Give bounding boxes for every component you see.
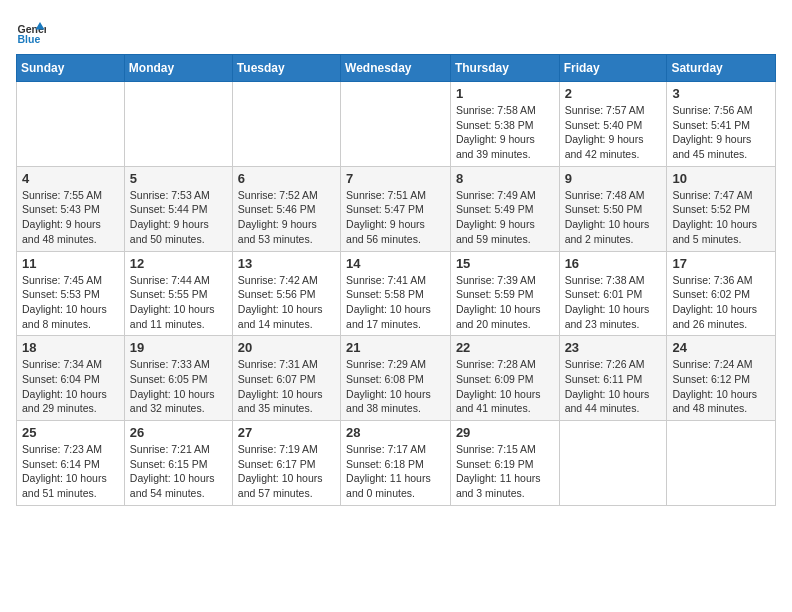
day-info: Sunrise: 7:57 AM Sunset: 5:40 PM Dayligh…: [565, 103, 662, 162]
day-info: Sunrise: 7:42 AM Sunset: 5:56 PM Dayligh…: [238, 273, 335, 332]
day-number: 8: [456, 171, 554, 186]
calendar-cell: 13Sunrise: 7:42 AM Sunset: 5:56 PM Dayli…: [232, 251, 340, 336]
calendar-cell: 22Sunrise: 7:28 AM Sunset: 6:09 PM Dayli…: [450, 336, 559, 421]
weekday-header-cell: Wednesday: [341, 55, 451, 82]
calendar-cell: 1Sunrise: 7:58 AM Sunset: 5:38 PM Daylig…: [450, 82, 559, 167]
day-info: Sunrise: 7:34 AM Sunset: 6:04 PM Dayligh…: [22, 357, 119, 416]
day-info: Sunrise: 7:47 AM Sunset: 5:52 PM Dayligh…: [672, 188, 770, 247]
day-info: Sunrise: 7:17 AM Sunset: 6:18 PM Dayligh…: [346, 442, 445, 501]
day-number: 23: [565, 340, 662, 355]
calendar-cell: 17Sunrise: 7:36 AM Sunset: 6:02 PM Dayli…: [667, 251, 776, 336]
calendar-cell: 7Sunrise: 7:51 AM Sunset: 5:47 PM Daylig…: [341, 166, 451, 251]
calendar-week-row: 4Sunrise: 7:55 AM Sunset: 5:43 PM Daylig…: [17, 166, 776, 251]
day-number: 10: [672, 171, 770, 186]
calendar-cell: 11Sunrise: 7:45 AM Sunset: 5:53 PM Dayli…: [17, 251, 125, 336]
day-info: Sunrise: 7:26 AM Sunset: 6:11 PM Dayligh…: [565, 357, 662, 416]
header: General Blue: [16, 16, 776, 46]
calendar-cell: [124, 82, 232, 167]
day-number: 3: [672, 86, 770, 101]
calendar-week-row: 11Sunrise: 7:45 AM Sunset: 5:53 PM Dayli…: [17, 251, 776, 336]
calendar-cell: [667, 421, 776, 506]
day-info: Sunrise: 7:49 AM Sunset: 5:49 PM Dayligh…: [456, 188, 554, 247]
day-number: 16: [565, 256, 662, 271]
day-info: Sunrise: 7:53 AM Sunset: 5:44 PM Dayligh…: [130, 188, 227, 247]
weekday-header-cell: Monday: [124, 55, 232, 82]
calendar-cell: [17, 82, 125, 167]
day-number: 20: [238, 340, 335, 355]
calendar-cell: 24Sunrise: 7:24 AM Sunset: 6:12 PM Dayli…: [667, 336, 776, 421]
calendar-cell: 8Sunrise: 7:49 AM Sunset: 5:49 PM Daylig…: [450, 166, 559, 251]
day-info: Sunrise: 7:33 AM Sunset: 6:05 PM Dayligh…: [130, 357, 227, 416]
calendar-cell: 2Sunrise: 7:57 AM Sunset: 5:40 PM Daylig…: [559, 82, 667, 167]
calendar-cell: 15Sunrise: 7:39 AM Sunset: 5:59 PM Dayli…: [450, 251, 559, 336]
day-number: 11: [22, 256, 119, 271]
svg-text:Blue: Blue: [18, 33, 41, 45]
calendar-cell: 19Sunrise: 7:33 AM Sunset: 6:05 PM Dayli…: [124, 336, 232, 421]
weekday-header-cell: Saturday: [667, 55, 776, 82]
day-info: Sunrise: 7:56 AM Sunset: 5:41 PM Dayligh…: [672, 103, 770, 162]
day-number: 4: [22, 171, 119, 186]
calendar-cell: [559, 421, 667, 506]
day-number: 14: [346, 256, 445, 271]
calendar-cell: 9Sunrise: 7:48 AM Sunset: 5:50 PM Daylig…: [559, 166, 667, 251]
day-info: Sunrise: 7:51 AM Sunset: 5:47 PM Dayligh…: [346, 188, 445, 247]
weekday-header: SundayMondayTuesdayWednesdayThursdayFrid…: [17, 55, 776, 82]
day-number: 29: [456, 425, 554, 440]
calendar-week-row: 1Sunrise: 7:58 AM Sunset: 5:38 PM Daylig…: [17, 82, 776, 167]
day-number: 27: [238, 425, 335, 440]
calendar-cell: 10Sunrise: 7:47 AM Sunset: 5:52 PM Dayli…: [667, 166, 776, 251]
logo-icon: General Blue: [16, 16, 46, 46]
day-number: 12: [130, 256, 227, 271]
day-number: 28: [346, 425, 445, 440]
day-number: 2: [565, 86, 662, 101]
day-number: 22: [456, 340, 554, 355]
calendar-cell: 27Sunrise: 7:19 AM Sunset: 6:17 PM Dayli…: [232, 421, 340, 506]
weekday-header-cell: Sunday: [17, 55, 125, 82]
day-info: Sunrise: 7:24 AM Sunset: 6:12 PM Dayligh…: [672, 357, 770, 416]
day-info: Sunrise: 7:39 AM Sunset: 5:59 PM Dayligh…: [456, 273, 554, 332]
calendar-cell: 12Sunrise: 7:44 AM Sunset: 5:55 PM Dayli…: [124, 251, 232, 336]
day-number: 19: [130, 340, 227, 355]
day-info: Sunrise: 7:36 AM Sunset: 6:02 PM Dayligh…: [672, 273, 770, 332]
calendar-cell: 14Sunrise: 7:41 AM Sunset: 5:58 PM Dayli…: [341, 251, 451, 336]
day-number: 17: [672, 256, 770, 271]
calendar-cell: [232, 82, 340, 167]
calendar-cell: 6Sunrise: 7:52 AM Sunset: 5:46 PM Daylig…: [232, 166, 340, 251]
day-number: 5: [130, 171, 227, 186]
day-info: Sunrise: 7:38 AM Sunset: 6:01 PM Dayligh…: [565, 273, 662, 332]
day-info: Sunrise: 7:55 AM Sunset: 5:43 PM Dayligh…: [22, 188, 119, 247]
calendar-cell: 21Sunrise: 7:29 AM Sunset: 6:08 PM Dayli…: [341, 336, 451, 421]
day-number: 25: [22, 425, 119, 440]
calendar-cell: 29Sunrise: 7:15 AM Sunset: 6:19 PM Dayli…: [450, 421, 559, 506]
weekday-header-cell: Thursday: [450, 55, 559, 82]
calendar-cell: 18Sunrise: 7:34 AM Sunset: 6:04 PM Dayli…: [17, 336, 125, 421]
calendar-cell: 5Sunrise: 7:53 AM Sunset: 5:44 PM Daylig…: [124, 166, 232, 251]
day-info: Sunrise: 7:15 AM Sunset: 6:19 PM Dayligh…: [456, 442, 554, 501]
day-info: Sunrise: 7:29 AM Sunset: 6:08 PM Dayligh…: [346, 357, 445, 416]
day-number: 1: [456, 86, 554, 101]
day-number: 26: [130, 425, 227, 440]
day-number: 15: [456, 256, 554, 271]
day-number: 6: [238, 171, 335, 186]
day-info: Sunrise: 7:23 AM Sunset: 6:14 PM Dayligh…: [22, 442, 119, 501]
weekday-header-cell: Friday: [559, 55, 667, 82]
calendar-cell: 25Sunrise: 7:23 AM Sunset: 6:14 PM Dayli…: [17, 421, 125, 506]
day-number: 7: [346, 171, 445, 186]
day-info: Sunrise: 7:48 AM Sunset: 5:50 PM Dayligh…: [565, 188, 662, 247]
day-info: Sunrise: 7:44 AM Sunset: 5:55 PM Dayligh…: [130, 273, 227, 332]
day-number: 9: [565, 171, 662, 186]
day-info: Sunrise: 7:52 AM Sunset: 5:46 PM Dayligh…: [238, 188, 335, 247]
day-number: 13: [238, 256, 335, 271]
day-info: Sunrise: 7:28 AM Sunset: 6:09 PM Dayligh…: [456, 357, 554, 416]
day-info: Sunrise: 7:31 AM Sunset: 6:07 PM Dayligh…: [238, 357, 335, 416]
day-info: Sunrise: 7:19 AM Sunset: 6:17 PM Dayligh…: [238, 442, 335, 501]
day-info: Sunrise: 7:41 AM Sunset: 5:58 PM Dayligh…: [346, 273, 445, 332]
calendar-table: SundayMondayTuesdayWednesdayThursdayFrid…: [16, 54, 776, 506]
calendar-cell: 20Sunrise: 7:31 AM Sunset: 6:07 PM Dayli…: [232, 336, 340, 421]
calendar-cell: 28Sunrise: 7:17 AM Sunset: 6:18 PM Dayli…: [341, 421, 451, 506]
calendar-cell: 4Sunrise: 7:55 AM Sunset: 5:43 PM Daylig…: [17, 166, 125, 251]
calendar-cell: 16Sunrise: 7:38 AM Sunset: 6:01 PM Dayli…: [559, 251, 667, 336]
calendar-cell: [341, 82, 451, 167]
logo: General Blue: [16, 16, 46, 46]
day-number: 24: [672, 340, 770, 355]
